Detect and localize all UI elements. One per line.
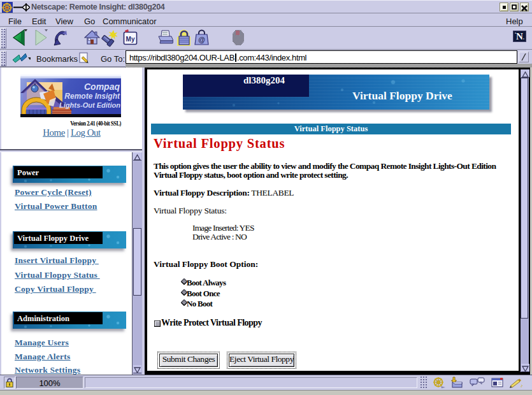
svg-text:Remote Insight: Remote Insight xyxy=(64,92,120,101)
svg-text:Lights-Out Edition: Lights-Out Edition xyxy=(59,101,120,109)
svg-text:My: My xyxy=(126,36,135,43)
svg-text:@: @ xyxy=(198,36,205,43)
svg-text:Compaq: Compaq xyxy=(84,82,120,92)
